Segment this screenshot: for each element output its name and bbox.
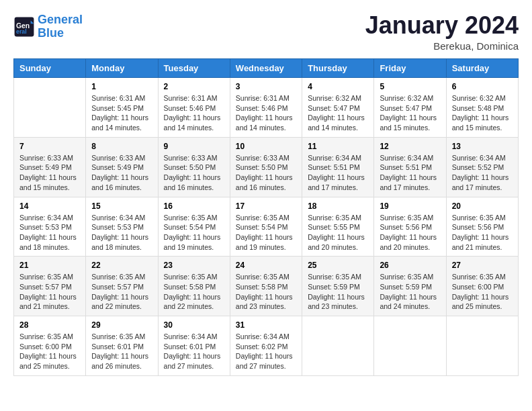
day-info: Sunrise: 6:34 AM Sunset: 5:52 PM Dayligh… — [452, 153, 513, 193]
day-info: Sunrise: 6:32 AM Sunset: 5:48 PM Dayligh… — [452, 93, 513, 133]
day-number: 7 — [19, 142, 80, 151]
calendar-cell: 3Sunrise: 6:31 AM Sunset: 5:46 PM Daylig… — [230, 78, 302, 138]
calendar-cell: 20Sunrise: 6:35 AM Sunset: 5:56 PM Dayli… — [446, 197, 518, 257]
day-number: 1 — [91, 82, 152, 91]
day-info: Sunrise: 6:34 AM Sunset: 5:51 PM Dayligh… — [380, 153, 440, 193]
calendar-row: 28Sunrise: 6:35 AM Sunset: 6:00 PM Dayli… — [14, 316, 519, 376]
calendar-cell: 30Sunrise: 6:34 AM Sunset: 6:01 PM Dayli… — [158, 316, 230, 376]
calendar-cell: 2Sunrise: 6:31 AM Sunset: 5:46 PM Daylig… — [158, 78, 230, 138]
calendar-cell: 4Sunrise: 6:32 AM Sunset: 5:47 PM Daylig… — [302, 78, 374, 138]
day-info: Sunrise: 6:33 AM Sunset: 5:49 PM Dayligh… — [19, 153, 80, 193]
day-number: 16 — [164, 201, 224, 211]
location: Berekua, Dominica — [365, 40, 519, 52]
day-number: 8 — [91, 142, 152, 151]
day-number: 26 — [380, 261, 440, 270]
calendar-cell: 28Sunrise: 6:35 AM Sunset: 6:00 PM Dayli… — [14, 316, 86, 376]
day-number: 17 — [236, 201, 296, 211]
calendar-cell: 21Sunrise: 6:35 AM Sunset: 5:57 PM Dayli… — [14, 257, 86, 316]
logo: Gen eral GeneralBlue — [13, 13, 83, 40]
weekday-header: Sunday — [14, 59, 86, 78]
weekday-header: Monday — [86, 59, 158, 78]
day-number: 18 — [308, 201, 368, 211]
page-header: Gen eral GeneralBlue January 2024 Bereku… — [13, 13, 519, 52]
calendar-row: 14Sunrise: 6:34 AM Sunset: 5:53 PM Dayli… — [14, 197, 519, 257]
day-info: Sunrise: 6:35 AM Sunset: 6:00 PM Dayligh… — [19, 332, 80, 371]
day-number: 31 — [236, 320, 296, 330]
day-info: Sunrise: 6:33 AM Sunset: 5:50 PM Dayligh… — [164, 153, 224, 193]
day-number: 14 — [19, 201, 80, 211]
header-row: SundayMondayTuesdayWednesdayThursdayFrid… — [14, 59, 519, 78]
day-number: 10 — [236, 142, 296, 151]
calendar-cell: 8Sunrise: 6:33 AM Sunset: 5:49 PM Daylig… — [86, 137, 158, 197]
day-number: 28 — [19, 320, 80, 330]
day-number: 13 — [452, 142, 513, 151]
day-number: 30 — [164, 320, 224, 330]
calendar-cell: 31Sunrise: 6:34 AM Sunset: 6:02 PM Dayli… — [230, 316, 302, 376]
calendar-cell — [446, 316, 518, 376]
day-info: Sunrise: 6:32 AM Sunset: 5:47 PM Dayligh… — [380, 93, 440, 133]
day-info: Sunrise: 6:33 AM Sunset: 5:50 PM Dayligh… — [236, 153, 296, 193]
day-number: 20 — [452, 201, 513, 211]
logo-text: GeneralBlue — [38, 13, 83, 40]
day-number: 12 — [380, 142, 440, 151]
svg-text:eral: eral — [16, 28, 27, 35]
calendar-cell: 18Sunrise: 6:35 AM Sunset: 5:55 PM Dayli… — [302, 197, 374, 257]
month-title: January 2024 — [365, 13, 519, 38]
day-info: Sunrise: 6:35 AM Sunset: 5:58 PM Dayligh… — [236, 272, 296, 312]
day-number: 24 — [236, 261, 296, 270]
day-info: Sunrise: 6:31 AM Sunset: 5:45 PM Dayligh… — [91, 93, 152, 133]
calendar-row: 1Sunrise: 6:31 AM Sunset: 5:45 PM Daylig… — [14, 78, 519, 138]
day-info: Sunrise: 6:33 AM Sunset: 5:49 PM Dayligh… — [91, 153, 152, 193]
day-number: 21 — [19, 261, 80, 270]
calendar-cell — [302, 316, 374, 376]
weekday-header: Friday — [374, 59, 446, 78]
day-info: Sunrise: 6:35 AM Sunset: 5:57 PM Dayligh… — [91, 272, 152, 312]
calendar-table: SundayMondayTuesdayWednesdayThursdayFrid… — [13, 58, 519, 376]
calendar-cell: 1Sunrise: 6:31 AM Sunset: 5:45 PM Daylig… — [86, 78, 158, 138]
calendar-cell: 9Sunrise: 6:33 AM Sunset: 5:50 PM Daylig… — [158, 137, 230, 197]
calendar-cell — [374, 316, 446, 376]
day-info: Sunrise: 6:32 AM Sunset: 5:47 PM Dayligh… — [308, 93, 368, 133]
day-info: Sunrise: 6:35 AM Sunset: 5:59 PM Dayligh… — [308, 272, 368, 312]
calendar-cell: 29Sunrise: 6:35 AM Sunset: 6:01 PM Dayli… — [86, 316, 158, 376]
day-info: Sunrise: 6:34 AM Sunset: 6:02 PM Dayligh… — [236, 332, 296, 371]
day-number: 5 — [380, 82, 440, 91]
day-info: Sunrise: 6:35 AM Sunset: 6:01 PM Dayligh… — [91, 332, 152, 371]
day-number: 23 — [164, 261, 224, 270]
day-info: Sunrise: 6:35 AM Sunset: 5:54 PM Dayligh… — [236, 213, 296, 253]
weekday-header: Wednesday — [230, 59, 302, 78]
day-number: 9 — [164, 142, 224, 151]
day-number: 3 — [236, 82, 296, 91]
day-info: Sunrise: 6:35 AM Sunset: 5:54 PM Dayligh… — [164, 213, 224, 253]
day-number: 6 — [452, 82, 513, 91]
logo-icon: Gen eral — [13, 16, 35, 38]
day-number: 2 — [164, 82, 224, 91]
day-info: Sunrise: 6:35 AM Sunset: 5:56 PM Dayligh… — [380, 213, 440, 253]
calendar-cell: 23Sunrise: 6:35 AM Sunset: 5:58 PM Dayli… — [158, 257, 230, 316]
calendar-cell: 24Sunrise: 6:35 AM Sunset: 5:58 PM Dayli… — [230, 257, 302, 316]
calendar-cell: 10Sunrise: 6:33 AM Sunset: 5:50 PM Dayli… — [230, 137, 302, 197]
day-info: Sunrise: 6:34 AM Sunset: 5:53 PM Dayligh… — [91, 213, 152, 253]
day-number: 22 — [91, 261, 152, 270]
day-info: Sunrise: 6:31 AM Sunset: 5:46 PM Dayligh… — [236, 93, 296, 133]
calendar-cell: 15Sunrise: 6:34 AM Sunset: 5:53 PM Dayli… — [86, 197, 158, 257]
calendar-cell: 12Sunrise: 6:34 AM Sunset: 5:51 PM Dayli… — [374, 137, 446, 197]
calendar-row: 7Sunrise: 6:33 AM Sunset: 5:49 PM Daylig… — [14, 137, 519, 197]
calendar-cell: 19Sunrise: 6:35 AM Sunset: 5:56 PM Dayli… — [374, 197, 446, 257]
day-info: Sunrise: 6:34 AM Sunset: 6:01 PM Dayligh… — [164, 332, 224, 371]
weekday-header: Saturday — [446, 59, 518, 78]
day-number: 25 — [308, 261, 368, 270]
calendar-cell — [14, 78, 86, 138]
day-number: 29 — [91, 320, 152, 330]
day-info: Sunrise: 6:35 AM Sunset: 5:57 PM Dayligh… — [19, 272, 80, 312]
day-info: Sunrise: 6:35 AM Sunset: 5:56 PM Dayligh… — [452, 213, 513, 253]
day-number: 19 — [380, 201, 440, 211]
day-info: Sunrise: 6:31 AM Sunset: 5:46 PM Dayligh… — [164, 93, 224, 133]
calendar-cell: 13Sunrise: 6:34 AM Sunset: 5:52 PM Dayli… — [446, 137, 518, 197]
calendar-cell: 5Sunrise: 6:32 AM Sunset: 5:47 PM Daylig… — [374, 78, 446, 138]
calendar-row: 21Sunrise: 6:35 AM Sunset: 5:57 PM Dayli… — [14, 257, 519, 316]
calendar-cell: 22Sunrise: 6:35 AM Sunset: 5:57 PM Dayli… — [86, 257, 158, 316]
calendar-cell: 11Sunrise: 6:34 AM Sunset: 5:51 PM Dayli… — [302, 137, 374, 197]
title-block: January 2024 Berekua, Dominica — [365, 13, 519, 52]
day-number: 15 — [91, 201, 152, 211]
